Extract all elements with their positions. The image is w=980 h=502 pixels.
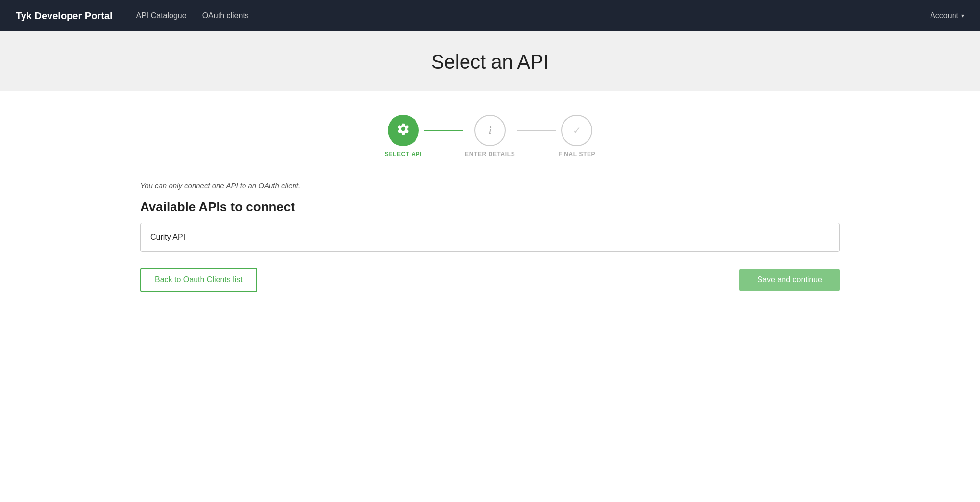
step-circle-enter-details: i [474,115,506,146]
oauth-clients-link[interactable]: OAuth clients [202,11,249,20]
step-select-api: SELECT API [385,115,422,158]
nav-links: API Catalogue OAuth clients [136,11,930,20]
step-circle-select-api [388,115,419,146]
save-continue-button[interactable]: Save and continue [739,269,840,291]
back-button[interactable]: Back to Oauth Clients list [140,268,257,292]
info-icon: i [489,124,491,137]
section-title: Available APIs to connect [140,200,840,215]
step-label-final: FINAL STEP [558,151,595,158]
page-header: Select an API [0,31,980,91]
button-row: Back to Oauth Clients list Save and cont… [140,268,840,292]
account-menu[interactable]: Account [930,11,964,20]
api-catalogue-link[interactable]: API Catalogue [136,11,186,20]
step-connector-1 [424,130,463,131]
step-label-select-api: SELECT API [385,151,422,158]
step-final: ✓ FINAL STEP [558,115,595,158]
form-area: You can only connect one API to an OAuth… [132,181,848,292]
stepper: SELECT API i ENTER DETAILS ✓ FINAL STEP [16,115,964,158]
step-enter-details: i ENTER DETAILS [465,115,515,158]
gear-icon [396,122,410,139]
check-icon: ✓ [573,125,581,136]
main-content: SELECT API i ENTER DETAILS ✓ FINAL STEP … [0,91,980,502]
step-circle-final: ✓ [561,115,592,146]
helper-text: You can only connect one API to an OAuth… [140,181,840,190]
step-label-enter-details: ENTER DETAILS [465,151,515,158]
nav-brand: Tyk Developer Portal [16,10,112,22]
page-title: Select an API [0,51,980,73]
api-list: Curity API [140,223,840,252]
api-list-item[interactable]: Curity API [141,223,839,251]
main-nav: Tyk Developer Portal API Catalogue OAuth… [0,0,980,31]
step-connector-2 [517,130,556,131]
